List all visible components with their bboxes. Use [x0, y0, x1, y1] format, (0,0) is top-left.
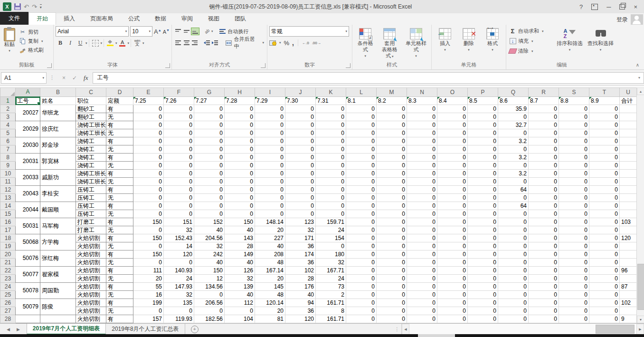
value-cell[interactable]: 3.2: [498, 170, 529, 178]
chevron-down-icon[interactable]: ▾: [85, 41, 87, 45]
value-cell[interactable]: 40: [225, 226, 255, 234]
value-cell[interactable]: 0: [529, 113, 559, 121]
value-cell[interactable]: 0: [437, 234, 468, 242]
value-cell[interactable]: 0: [529, 129, 559, 137]
value-cell[interactable]: 0: [346, 315, 377, 323]
total-cell[interactable]: [620, 178, 637, 186]
cell[interactable]: 7.28: [225, 97, 255, 105]
row-header[interactable]: 28: [0, 315, 16, 323]
value-cell[interactable]: 0: [164, 154, 194, 162]
restore-button[interactable]: [619, 4, 625, 10]
save-icon[interactable]: [14, 3, 21, 10]
value-cell[interactable]: 0: [589, 202, 620, 210]
value-cell[interactable]: 0: [589, 121, 620, 129]
value-cell[interactable]: 0: [437, 259, 468, 267]
format-painter-button[interactable]: 格式刷: [18, 46, 45, 55]
value-cell[interactable]: 0: [346, 170, 377, 178]
sort-filter-button[interactable]: AZ 排序和筛选 ▾: [555, 26, 585, 54]
value-cell[interactable]: 32.7: [498, 121, 529, 129]
value-cell[interactable]: 0: [346, 129, 377, 137]
cell[interactable]: 定额: [106, 97, 133, 105]
value-cell[interactable]: 0: [255, 137, 285, 145]
value-cell[interactable]: 0: [407, 137, 437, 145]
chevron-down-icon[interactable]: ▾: [42, 76, 44, 80]
value-cell[interactable]: 0: [498, 234, 529, 242]
row-header[interactable]: 15: [0, 210, 16, 218]
total-cell[interactable]: [620, 105, 637, 113]
tab-review[interactable]: 审阅: [174, 13, 200, 25]
cell[interactable]: 7.25: [133, 97, 164, 105]
quota-cell[interactable]: 无: [106, 210, 133, 218]
value-cell[interactable]: 0: [498, 178, 529, 186]
value-cell[interactable]: 0: [194, 154, 225, 162]
name-box[interactable]: A1 ▾: [1, 72, 47, 84]
name-cell[interactable]: 华班龙: [40, 105, 76, 121]
scroll-right-icon[interactable]: ▶: [636, 324, 644, 335]
value-cell[interactable]: 0: [559, 259, 589, 267]
value-cell[interactable]: 0: [285, 170, 316, 178]
value-cell[interactable]: 0: [529, 121, 559, 129]
value-cell[interactable]: 0: [529, 234, 559, 242]
value-cell[interactable]: 152.43: [164, 234, 194, 242]
value-cell[interactable]: 0: [346, 307, 377, 315]
alignment-dialog-launcher[interactable]: [261, 63, 265, 68]
value-cell[interactable]: 0: [164, 162, 194, 170]
value-cell[interactable]: 227: [255, 234, 285, 242]
total-cell[interactable]: [620, 275, 637, 283]
tab-insert[interactable]: 插入: [56, 13, 83, 25]
sign-in[interactable]: 登录: [616, 14, 644, 25]
value-cell[interactable]: 0: [225, 129, 255, 137]
row-header[interactable]: 6: [0, 137, 16, 145]
value-cell[interactable]: 20: [255, 307, 285, 315]
value-cell[interactable]: 0: [468, 121, 498, 129]
conditional-formatting-button[interactable]: ≠ 条件格式 ▾: [354, 26, 377, 60]
value-cell[interactable]: 0: [498, 129, 529, 137]
quota-cell[interactable]: 无: [106, 242, 133, 250]
quota-cell[interactable]: 有: [106, 234, 133, 242]
value-cell[interactable]: 150: [133, 218, 164, 226]
value-cell[interactable]: 0: [468, 234, 498, 242]
value-cell[interactable]: 0: [346, 202, 377, 210]
value-cell[interactable]: 32: [225, 275, 255, 283]
value-cell[interactable]: 0: [589, 210, 620, 218]
chevron-down-icon[interactable]: ▾: [101, 41, 103, 45]
value-cell[interactable]: 0: [437, 242, 468, 250]
value-cell[interactable]: 64: [498, 202, 529, 210]
value-cell[interactable]: 0: [529, 291, 559, 299]
value-cell[interactable]: 111: [133, 267, 164, 275]
value-cell[interactable]: 0: [194, 137, 225, 145]
value-cell[interactable]: 0: [498, 291, 529, 299]
row-header[interactable]: 18: [0, 234, 16, 242]
position-cell[interactable]: 打磨工: [76, 218, 106, 226]
underline-button[interactable]: U: [76, 39, 85, 48]
font-color-button[interactable]: A: [118, 39, 127, 48]
top-align-button[interactable]: [174, 28, 182, 35]
value-cell[interactable]: 0: [164, 259, 194, 267]
value-cell[interactable]: 150: [133, 234, 164, 242]
value-cell[interactable]: 0: [407, 250, 437, 259]
quota-cell[interactable]: 有: [106, 218, 133, 226]
value-cell[interactable]: 0: [133, 105, 164, 113]
cell[interactable]: 7.29: [255, 97, 285, 105]
value-cell[interactable]: 0: [529, 307, 559, 315]
value-cell[interactable]: 24: [316, 275, 346, 283]
row-header[interactable]: 3: [0, 113, 16, 121]
value-cell[interactable]: 0: [559, 121, 589, 129]
position-cell[interactable]: 压铸工: [76, 202, 106, 210]
minimize-button[interactable]: ─: [606, 4, 611, 10]
value-cell[interactable]: 0: [255, 178, 285, 186]
value-cell[interactable]: 161.71: [316, 315, 346, 323]
value-cell[interactable]: 126: [225, 267, 255, 275]
name-cell[interactable]: 戚新功: [40, 170, 76, 186]
quota-cell[interactable]: 有: [106, 250, 133, 259]
value-cell[interactable]: 0: [377, 226, 407, 234]
total-cell[interactable]: [620, 210, 637, 218]
column-header-C[interactable]: C: [76, 88, 106, 97]
value-cell[interactable]: 0: [559, 283, 589, 291]
value-cell[interactable]: 0: [407, 307, 437, 315]
value-cell[interactable]: 40: [194, 226, 225, 234]
value-cell[interactable]: 0: [468, 283, 498, 291]
id-cell[interactable]: 20030: [16, 137, 40, 154]
number-format-combo[interactable]: 常规 ▾: [269, 26, 349, 37]
value-cell[interactable]: 0: [346, 113, 377, 121]
